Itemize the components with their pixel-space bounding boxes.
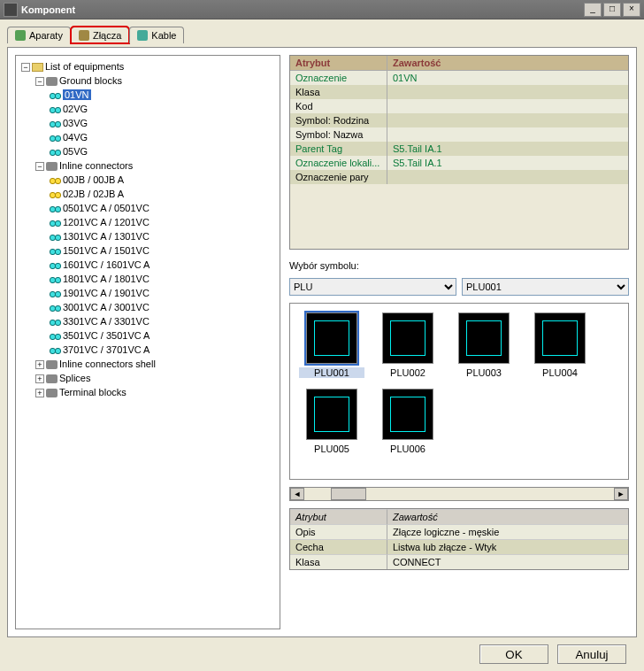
attr-row[interactable]: Oznaczenie pary xyxy=(290,170,628,184)
tree-group-label[interactable]: Inline connectors xyxy=(59,160,133,171)
ok-button[interactable]: OK xyxy=(479,644,548,664)
symbol-label: PLU005 xyxy=(299,443,364,454)
attr-name: Oznaczenie xyxy=(290,71,387,85)
tree-item[interactable]: 3701VC / 3701VC A xyxy=(50,343,276,357)
attr-value xyxy=(387,99,628,113)
connector-icon xyxy=(50,204,61,213)
tab-label: Kable xyxy=(151,30,176,41)
symbol-selectors: PLU PLU001 xyxy=(289,278,629,296)
symbol-label: Wybór symbolu: xyxy=(289,260,629,271)
symbol-item[interactable]: PLU004 xyxy=(527,312,593,378)
group-icon xyxy=(46,162,58,171)
scroll-right-icon[interactable]: ► xyxy=(614,488,628,500)
tab-zlacza[interactable]: Złącza xyxy=(71,27,129,43)
tree-panel[interactable]: −List of equipments −Ground blocks 01VN0… xyxy=(15,55,280,629)
attr-row[interactable]: Oznaczenie lokali...S5.Tail IA.1 xyxy=(290,156,628,170)
tree-item[interactable]: 1501VC A / 1501VC xyxy=(50,243,276,258)
tree-item[interactable]: 01VN xyxy=(50,88,276,102)
connector-icon xyxy=(50,247,61,256)
table-row[interactable]: OpisZłącze logiczne - męskie xyxy=(290,524,628,539)
tree-group-label[interactable]: Ground blocks xyxy=(59,75,122,86)
attr-row[interactable]: Klasa xyxy=(290,85,628,99)
header-cell: Zawartość xyxy=(387,509,628,524)
attr-name: Parent Tag xyxy=(290,142,387,156)
symbol-preview xyxy=(382,312,433,364)
connector-icon xyxy=(50,318,61,327)
connector-icon xyxy=(50,261,61,270)
tree-item[interactable]: 02JB / 02JB A xyxy=(50,187,276,201)
tree-item[interactable]: 1901VC A / 1901VC xyxy=(50,286,276,300)
horizontal-scrollbar[interactable]: ◄ ► xyxy=(289,487,629,501)
attr-row[interactable]: Parent TagS5.Tail IA.1 xyxy=(290,142,628,156)
symbol-label: PLU001 xyxy=(299,367,364,378)
tree-item[interactable]: 00JB / 00JB A xyxy=(50,173,276,187)
tab-label: Złącza xyxy=(93,30,121,41)
expander-icon[interactable]: + xyxy=(35,389,44,397)
tree-item[interactable]: 02VG xyxy=(50,102,276,116)
attr-row[interactable]: Kod xyxy=(290,99,628,113)
expander-icon[interactable]: − xyxy=(21,63,30,72)
tree-item[interactable]: 1301VC A / 1301VC xyxy=(50,229,276,243)
expander-icon[interactable]: − xyxy=(35,162,44,171)
folder-icon xyxy=(32,63,43,72)
tree-item[interactable]: 3501VC / 3501VC A xyxy=(50,328,276,343)
symbol-preview xyxy=(382,389,433,440)
table-row[interactable]: CechaListwa lub złącze - Wtyk xyxy=(290,539,628,554)
tree-item[interactable]: 0501VC A / 0501VC xyxy=(50,201,276,215)
attr-value: Złącze logiczne - męskie xyxy=(387,524,628,539)
symbol-select[interactable]: PLU001 xyxy=(462,278,629,296)
main-panel: −List of equipments −Ground blocks 01VN0… xyxy=(7,47,637,637)
tab-label: Aparaty xyxy=(29,30,63,41)
tree-group-label[interactable]: Splices xyxy=(59,373,90,383)
symbol-preview xyxy=(306,312,357,364)
table-row[interactable]: KlasaCONNECT xyxy=(290,554,628,569)
cancel-button[interactable]: Anuluj xyxy=(557,644,626,664)
connector-icon xyxy=(50,148,61,157)
scroll-track[interactable] xyxy=(304,488,614,500)
tab-bar: Aparaty Złącza Kable xyxy=(7,27,637,43)
scroll-thumb[interactable] xyxy=(331,488,366,500)
attr-name: Klasa xyxy=(290,85,387,99)
tree-item[interactable]: 04VG xyxy=(50,130,276,144)
family-select[interactable]: PLU xyxy=(289,278,456,296)
content-area: Aparaty Złącza Kable −List of equipments… xyxy=(0,19,644,671)
symbol-item[interactable]: PLU003 xyxy=(451,312,517,378)
connector-icon xyxy=(50,176,61,185)
connector-icon xyxy=(50,105,61,114)
attr-row[interactable]: Symbol: Rodzina xyxy=(290,113,628,127)
attr-header-cell: Atrybut xyxy=(290,56,387,70)
equipment-tree[interactable]: −List of equipments −Ground blocks 01VN0… xyxy=(19,59,276,399)
attr-name: Cecha xyxy=(290,539,387,554)
symbol-item[interactable]: PLU006 xyxy=(375,389,441,454)
tree-item[interactable]: 1801VC A / 1801VC xyxy=(50,272,276,286)
tree-item[interactable]: 05VG xyxy=(50,144,276,158)
attr-row[interactable]: Oznaczenie01VN xyxy=(290,71,628,85)
tree-item[interactable]: 3001VC A / 3001VC xyxy=(50,300,276,314)
minimize-button[interactable]: _ xyxy=(584,3,602,17)
symbol-item[interactable]: PLU002 xyxy=(375,312,441,378)
tab-aparaty[interactable]: Aparaty xyxy=(7,27,71,43)
close-button[interactable]: × xyxy=(623,3,640,17)
tab-kable[interactable]: Kable xyxy=(129,27,184,43)
tree-item[interactable]: 3301VC A / 3301VC xyxy=(50,314,276,328)
titlebar: Komponent _ □ × xyxy=(0,0,644,19)
tree-group-label[interactable]: Inline connectors shell xyxy=(59,359,156,369)
expander-icon[interactable]: − xyxy=(35,77,44,86)
expander-icon[interactable]: + xyxy=(35,360,44,369)
attr-value: Listwa lub złącze - Wtyk xyxy=(387,539,628,554)
maximize-button[interactable]: □ xyxy=(603,3,621,17)
attr-value: S5.Tail IA.1 xyxy=(387,142,628,156)
attributes-table: Atrybut Zawartość Oznaczenie01VNKlasaKod… xyxy=(289,55,629,250)
tree-item[interactable]: 1601VC / 1601VC A xyxy=(50,258,276,272)
tree-item[interactable]: 03VG xyxy=(50,116,276,130)
tree-group-label[interactable]: Terminal blocks xyxy=(59,387,126,397)
tree-item[interactable]: 1201VC A / 1201VC xyxy=(50,215,276,229)
symbol-item[interactable]: PLU005 xyxy=(299,389,364,454)
expander-icon[interactable]: + xyxy=(35,374,44,383)
attr-row[interactable]: Symbol: Nazwa xyxy=(290,127,628,142)
symbol-label: PLU002 xyxy=(375,367,441,378)
scroll-left-icon[interactable]: ◄ xyxy=(290,488,304,500)
symbol-item[interactable]: PLU001 xyxy=(299,312,364,378)
group-icon xyxy=(46,77,58,86)
attr-header: Atrybut Zawartość xyxy=(290,56,628,71)
